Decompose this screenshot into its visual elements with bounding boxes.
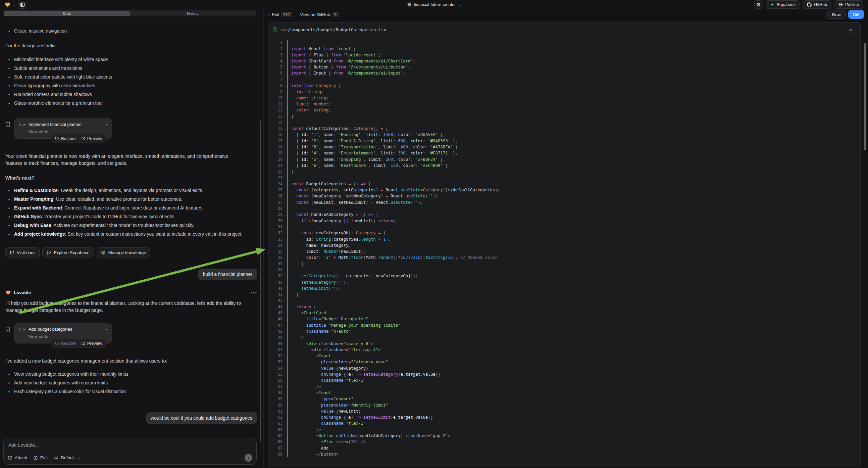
code-line: 26 const [newCategory, setNewCategory] =… <box>269 193 860 199</box>
exit-button[interactable]: ‹ Exit ESC <box>268 12 292 17</box>
code-line: 1 <box>269 39 860 46</box>
chat-message-list[interactable]: Clean, intuitive navigation For the desi… <box>0 17 264 436</box>
model-selector[interactable]: Default ⌄ <box>54 455 80 460</box>
list-item: Add project knowledge: Set key context o… <box>5 230 250 239</box>
version-card-implement-financial-planner[interactable]: < > Implement financial planner › View c… <box>14 118 112 139</box>
code-viewer[interactable]: 12import React from 'react';3import { Pl… <box>269 38 860 467</box>
chat-scrollbar[interactable] <box>260 120 261 442</box>
code-line: 9 id: string; <box>269 89 860 95</box>
diff-added-bar <box>287 125 288 131</box>
message-menu-button[interactable]: ••• <box>251 290 257 295</box>
chevron-down-icon[interactable]: ⌄ <box>13 3 16 6</box>
diff-added-bar <box>287 205 288 211</box>
supabase-button[interactable]: Supabase <box>766 0 800 9</box>
supabase-icon <box>770 2 774 7</box>
publish-button[interactable]: Publish <box>834 0 863 9</box>
bookmark-icon[interactable] <box>5 327 10 333</box>
list-item: Add new budget categories with custom li… <box>5 379 257 387</box>
restore-preview-pill: Restore Preview <box>51 134 106 143</box>
line-number: 7 <box>269 77 282 83</box>
version-card-title: Implement financial planner <box>29 122 103 127</box>
list-item: Expand with Backend: Connect Supabase to… <box>5 204 250 212</box>
code-text: /> <box>288 384 321 390</box>
diff-added-bar <box>287 39 288 46</box>
fold-chevron-icon[interactable]: ⌄ <box>285 83 286 89</box>
target-icon <box>33 456 38 460</box>
diff-added-bar <box>287 107 288 113</box>
diff-added-bar <box>287 359 288 365</box>
chat-input[interactable] <box>8 442 252 448</box>
restore-button[interactable]: Restore <box>55 136 76 141</box>
code-line: 19 { id: '4', name: 'Entertainment', lim… <box>269 150 860 156</box>
line-number: 36 <box>269 255 282 261</box>
code-text: onChange={(e) => setNewLimit(e.target.va… <box>288 414 433 420</box>
line-number: 54 <box>269 365 282 371</box>
code-line: 24⌄const BudgetCategories = () => { <box>269 181 860 187</box>
diff-added-bar <box>287 451 288 457</box>
file-header[interactable]: src/components/budget/BudgetCategories.t… <box>269 23 860 37</box>
diff-toggle-button[interactable]: Diff <box>848 10 864 19</box>
edit-mode-button[interactable]: Edit <box>33 455 48 460</box>
external-link-icon <box>81 137 85 141</box>
toggle-sidebar-button[interactable] <box>19 1 27 9</box>
next-steps-list: Refine & Customize: Tweak the design, an… <box>5 186 250 239</box>
code-text: <Input <box>288 390 331 396</box>
explore-supabase-button[interactable]: Explore Supabase <box>42 247 94 258</box>
diff-added-bar <box>287 255 288 261</box>
preview-button[interactable]: Preview <box>81 341 102 346</box>
visit-docs-button[interactable]: Visit docs <box>5 247 39 258</box>
code-text: > <box>288 334 304 341</box>
code-line: 35 limit: Number(newLimit), <box>269 248 860 255</box>
lovable-logo-icon[interactable] <box>5 2 10 7</box>
version-card-add-budget-categories[interactable]: < > Add budget categories › View code Re… <box>14 323 112 344</box>
line-number: 47 <box>269 322 282 328</box>
diff-added-bar <box>287 334 288 341</box>
code-scrollbar[interactable] <box>864 43 866 150</box>
line-number: 67 <box>269 445 282 451</box>
collapse-file-button[interactable] <box>845 26 856 34</box>
view-on-github-button[interactable]: View on GitHub G <box>300 12 339 17</box>
diff-added-bar <box>287 138 288 144</box>
settings-button[interactable]: ⚙ <box>754 0 763 9</box>
project-switcher[interactable]: financial-future-creator ⌄ <box>407 2 461 7</box>
view-code-link[interactable]: View code <box>28 129 107 134</box>
fold-chevron-icon[interactable]: ⌄ <box>285 230 286 236</box>
chevron-up-icon <box>849 29 852 31</box>
code-line: 49 > <box>269 334 860 341</box>
code-text: color: '#' + Math.floor(Math.random()*16… <box>288 255 498 261</box>
code-line: 41 setNewLimit(''); <box>269 285 860 291</box>
tab-history[interactable]: History <box>130 11 256 16</box>
view-code-link[interactable]: View code <box>28 334 107 339</box>
list-item: Clean, intuitive navigation <box>5 27 257 36</box>
code-line: 44 return ( <box>269 304 860 310</box>
line-number: 41 <box>269 285 282 291</box>
list-item: Rounded corners and subtle shadows <box>5 90 257 99</box>
line-number: 46 <box>269 316 282 322</box>
github-button[interactable]: GitHub <box>803 0 831 9</box>
diff-added-bar <box>287 328 288 334</box>
send-button[interactable]: ↑ <box>245 454 252 462</box>
code-line: 12 color: string; <box>269 107 860 113</box>
restore-button[interactable]: Restore <box>55 341 76 346</box>
fold-chevron-icon[interactable]: ⌄ <box>285 181 286 187</box>
fold-chevron-icon[interactable]: ⌄ <box>285 125 286 131</box>
manage-knowledge-button[interactable]: Manage knowledge <box>97 247 151 258</box>
line-number: 20 <box>269 156 282 163</box>
raw-toggle-button[interactable]: Raw <box>828 10 845 19</box>
diff-added-bar <box>287 242 288 248</box>
diff-added-bar <box>287 414 288 420</box>
attach-button[interactable]: Attach <box>8 455 27 460</box>
code-line: 17 { id: '2', name: 'Food & Dining', lim… <box>269 138 860 144</box>
preview-button[interactable]: Preview <box>81 136 102 141</box>
code-text: className="flex-1" <box>288 420 366 427</box>
fold-chevron-icon[interactable]: ⌄ <box>285 211 286 217</box>
code-line: 43 <box>269 297 860 303</box>
diff-added-bar <box>287 131 288 138</box>
diff-added-bar <box>287 322 288 328</box>
code-text: { id: '4', name: 'Entertainment', limit:… <box>288 150 458 156</box>
diff-added-bar <box>287 279 288 285</box>
tab-chat[interactable]: Chat <box>4 11 130 16</box>
code-text: limit: number; <box>288 101 331 107</box>
bookmark-icon[interactable] <box>5 122 10 128</box>
code-text: placeholder="Category name" <box>288 359 388 365</box>
